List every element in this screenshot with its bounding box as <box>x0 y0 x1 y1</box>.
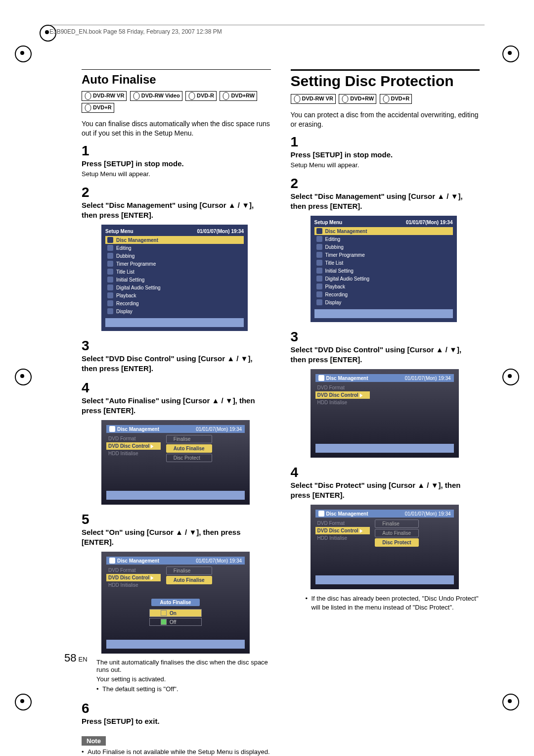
step-number: 3 <box>291 329 304 345</box>
step-title: Press [SETUP] to exit. <box>82 716 256 726</box>
disc-mgmt-screenshot: Disc Management01/01/07(Mon) 19:34 DVD F… <box>101 420 250 505</box>
crop-mark <box>502 694 519 710</box>
auto-finalise-heading: Auto Finalise <box>82 73 271 87</box>
menu-item-icon <box>107 253 113 259</box>
step-note: The unit automatically finalises the dis… <box>96 659 271 673</box>
disc-icon <box>318 511 324 517</box>
step-title: Select "Disc Management" using [Cursor ▲… <box>291 191 465 211</box>
step-number: 4 <box>291 465 304 480</box>
menu-item-icon <box>107 269 113 275</box>
crop-mark <box>502 369 519 385</box>
arrow-right-icon: ▸ <box>360 527 362 534</box>
menu-item-icon <box>316 260 322 266</box>
note-text: Auto Finalise is not available while the… <box>82 748 271 756</box>
menu-item-icon <box>107 261 113 267</box>
doc-header: E3B90ED_EN.book Page 58 Friday, February… <box>49 25 485 35</box>
step-subtitle: Setup Menu will appear. <box>291 161 465 169</box>
step-number: 5 <box>82 512 94 527</box>
checkbox-icon <box>161 610 167 616</box>
disc-icon <box>107 237 113 243</box>
menu-item-icon <box>107 292 113 298</box>
menu-item-icon <box>316 236 322 242</box>
step-number: 3 <box>82 338 94 354</box>
menu-item-icon <box>107 308 113 314</box>
step-note: Your setting is activated. <box>96 675 271 683</box>
crop-mark <box>15 369 32 385</box>
menu-item-icon <box>107 284 113 290</box>
setup-menu-screenshot: Setup Menu01/01/07(Mon) 19:34 Disc Manag… <box>101 225 248 331</box>
step-number: 2 <box>291 176 304 191</box>
disc-badges: DVD-RW VR DVD+RW DVD+R <box>291 94 480 105</box>
menu-item-icon <box>316 291 322 297</box>
step-number: 2 <box>82 185 94 200</box>
step-title: Select "Auto Finalise" using [Cursor ▲ /… <box>82 396 256 415</box>
arrow-right-icon: ▸ <box>151 574 153 581</box>
arrow-right-icon: ▸ <box>151 442 153 450</box>
step-subtitle: Setup Menu will appear. <box>82 170 256 178</box>
menu-item-icon <box>316 268 322 274</box>
disc-protect-screenshot: Disc Management01/01/07(Mon) 19:34 DVD F… <box>311 505 459 589</box>
disc-icon <box>109 426 115 432</box>
left-column: Auto Finalise DVD-RW VR DVD-RW Video DVD… <box>82 69 271 756</box>
menu-item-icon <box>316 252 322 258</box>
menu-item-icon <box>316 284 322 289</box>
step-title: Press [SETUP] in stop mode. <box>82 159 256 169</box>
page-number: 58EN <box>64 652 88 664</box>
step-number: 4 <box>82 380 94 396</box>
disc-badges: DVD-RW VR DVD-RW Video DVD-R DVD+RW DVD+… <box>82 91 271 114</box>
disc-mgmt-screenshot: Disc Management01/01/07(Mon) 19:34 DVD F… <box>311 369 459 458</box>
step-title: Select "Disc Management" using [Cursor ▲… <box>82 200 256 220</box>
menu-item-icon <box>107 277 113 283</box>
step-title: Select "DVD Disc Control" using [Cursor … <box>291 345 465 364</box>
intro-text: You can finalise discs automatically whe… <box>82 119 271 138</box>
intro-text: You can protect a disc from the accident… <box>291 110 480 129</box>
right-column: Setting Disc Protection DVD-RW VR DVD+RW… <box>291 69 480 756</box>
disc-icon <box>109 558 115 564</box>
step-number: 1 <box>82 143 94 159</box>
step-note: If the disc has already been protected, … <box>306 594 480 612</box>
setup-menu-screenshot: Setup Menu01/01/07(Mon) 19:34 Disc Manag… <box>311 216 457 322</box>
setting-disc-protection-heading: Setting Disc Protection <box>291 73 480 90</box>
step-title: Select "On" using [Cursor ▲ / ▼], then p… <box>82 527 256 547</box>
menu-item-icon <box>316 244 322 250</box>
menu-item-icon <box>316 276 322 282</box>
menu-item-icon <box>107 300 113 306</box>
step-number: 1 <box>291 134 304 150</box>
step-title: Select "Disc Protect" using [Cursor ▲ / … <box>291 480 465 500</box>
note-label: Note <box>82 736 106 746</box>
arrow-right-icon: ▸ <box>360 391 362 399</box>
crop-mark <box>15 694 32 710</box>
checkbox-icon <box>161 619 167 625</box>
menu-item-icon <box>316 299 322 305</box>
crop-mark <box>15 46 32 62</box>
disc-icon <box>316 228 322 234</box>
step-title: Select "DVD Disc Control" using [Cursor … <box>82 354 256 373</box>
menu-item-icon <box>107 245 113 251</box>
step-note: The default setting is "Off". <box>96 685 271 694</box>
step-title: Press [SETUP] in stop mode. <box>291 150 465 160</box>
step-number: 6 <box>82 701 94 716</box>
crop-mark <box>502 46 519 62</box>
disc-icon <box>318 375 324 381</box>
auto-finalise-popup-screenshot: Disc Management01/01/07(Mon) 19:34 DVD F… <box>101 552 250 654</box>
